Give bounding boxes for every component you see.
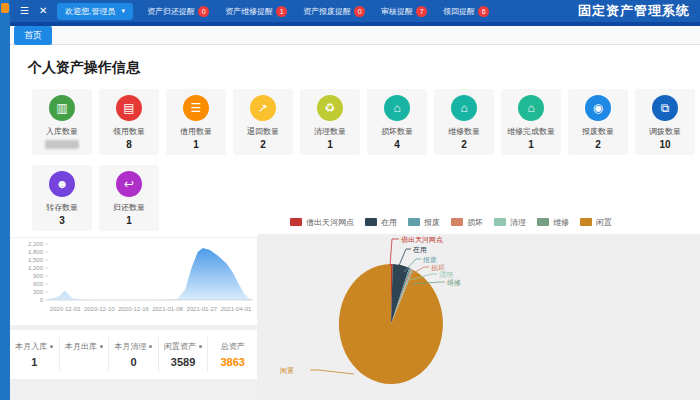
tab-home[interactable]: 首页: [14, 26, 52, 45]
legend-label: 损坏: [467, 217, 483, 228]
y-axis-tick-label: 2,100: [28, 241, 44, 247]
pie-callout-label-1: 在用: [413, 245, 427, 255]
stat-card[interactable]: ↩归还数量1: [99, 165, 159, 231]
redacted-value: [45, 140, 79, 149]
legend-swatch: [290, 218, 302, 226]
dashboard-page: ☰ ✕ 欢迎您,管理员 ▾ 资产归还提醒0资产维修提醒1资产报废提醒0审核提醒7…: [0, 0, 700, 400]
stat-card[interactable]: ↗退回数量2: [233, 89, 293, 155]
legend-label: 借出天河网点: [306, 217, 354, 228]
stat-card-label: 归还数量: [113, 202, 145, 213]
stat-card[interactable]: ⌂维修数量2: [434, 89, 494, 155]
stat-card-label: 调拨数量: [649, 126, 681, 137]
stat-card-value: 2: [461, 139, 467, 150]
monthly-stat-label: 本月出库: [60, 341, 109, 352]
clean-icon: ♻: [317, 95, 343, 121]
top-navbar: ☰ ✕ 欢迎您,管理员 ▾ 资产归还提醒0资产维修提醒1资产报废提醒0审核提醒7…: [10, 0, 700, 22]
dot-icon: [50, 345, 53, 348]
x-axis-tick-label: 2020-12-16: [118, 306, 149, 312]
legend-swatch: [408, 218, 420, 226]
stat-card-value: 2: [260, 139, 266, 150]
monthly-stat-label-text: 本月清理: [114, 341, 146, 352]
monthly-stat-label: 本月清理: [109, 341, 158, 352]
main-content: 个人资产操作信息 ▥入库数量▤领用数量8☰借用数量1↗退回数量2♻清理数量1⌂损…: [10, 45, 700, 237]
pie-callout-label-5: 维修: [447, 278, 461, 288]
stat-card-value: 1: [193, 139, 199, 150]
house-repair-icon: ⌂: [451, 95, 477, 121]
stat-card[interactable]: ♻清理数量1: [300, 89, 360, 155]
stat-card-value: 1: [327, 139, 333, 150]
y-axis-tick-label: 1,200: [28, 265, 44, 271]
nav-item-reminder-4[interactable]: 领回提醒6: [443, 6, 489, 17]
money-bag-icon: ◉: [585, 95, 611, 121]
monthly-stat-0: 本月入库1: [10, 337, 60, 372]
monthly-stat-value: [60, 356, 109, 368]
stat-card-label: 维修完成数量: [507, 126, 555, 137]
stat-card-label: 领用数量: [113, 126, 145, 137]
stat-card[interactable]: ⌂损坏数量4: [367, 89, 427, 155]
house-icon: ⌂: [384, 95, 410, 121]
pie-callout-label-6: 闲置: [280, 366, 294, 376]
stat-card-label: 转存数量: [46, 202, 78, 213]
y-axis-tick-label: 300: [33, 289, 44, 295]
dot-icon: [100, 345, 103, 348]
stat-card-value: 3: [59, 215, 65, 226]
line-chart-icon: ↗: [250, 95, 276, 121]
stat-card-value: 10: [659, 139, 670, 150]
nav-item-reminder-2[interactable]: 资产报废提醒0: [303, 6, 365, 17]
nav-item-reminder-3[interactable]: 审核提醒7: [381, 6, 427, 17]
nav-reminder-items: 资产归还提醒0资产维修提醒1资产报废提醒0审核提醒7领回提醒6: [147, 6, 489, 17]
pie-leader-line: [390, 239, 399, 266]
nav-item-reminder-0[interactable]: 资产归还提醒0: [147, 6, 209, 17]
nav-item-reminder-1[interactable]: 资产维修提醒1: [225, 6, 287, 17]
y-axis-tick-label: 1,800: [28, 249, 44, 255]
stat-card-label: 退回数量: [247, 126, 279, 137]
legend-item-3[interactable]: 损坏: [451, 217, 483, 228]
legend-swatch: [451, 218, 463, 226]
monthly-stat-label: 总资产: [208, 341, 257, 352]
x-axis-tick-label: 2020-12-03: [50, 306, 81, 312]
monthly-stat-label-text: 闲置资产: [164, 341, 196, 352]
monthly-stat-label: 闲置资产: [159, 341, 208, 352]
chevron-down-icon: ▾: [122, 7, 126, 15]
stat-card-value: 1: [528, 139, 534, 150]
area-series: [48, 248, 253, 300]
legend-label: 清理: [510, 217, 526, 228]
close-icon[interactable]: ✕: [39, 0, 47, 22]
stat-card[interactable]: ▤领用数量8: [99, 89, 159, 155]
stat-card[interactable]: ⌂维修完成数量1: [501, 89, 561, 155]
pie-leader-line: [310, 370, 354, 374]
stat-card[interactable]: ▥入库数量: [32, 89, 92, 155]
legend-swatch: [365, 218, 377, 226]
monthly-stat-value: 1: [10, 356, 59, 368]
legend-item-0[interactable]: 借出天河网点: [290, 217, 354, 228]
user-tab[interactable]: 欢迎您,管理员 ▾: [57, 3, 133, 20]
monthly-stat-1: 本月出库: [60, 337, 110, 372]
legend-swatch: [580, 218, 592, 226]
collapsed-sidebar[interactable]: [0, 0, 10, 400]
legend-item-2[interactable]: 报废: [408, 217, 440, 228]
menu-icon[interactable]: ☰: [20, 0, 29, 22]
legend-item-4[interactable]: 清理: [494, 217, 526, 228]
pie-slice-6[interactable]: [339, 264, 443, 384]
y-axis-tick-label: 600: [33, 281, 44, 287]
x-axis-tick-label: 2021-04-01: [221, 306, 252, 312]
stat-card[interactable]: ☰借用数量1: [166, 89, 226, 155]
nav-item-label: 资产报废提醒: [303, 6, 351, 17]
stat-card-label: 借用数量: [180, 126, 212, 137]
x-axis-tick-label: 2021-01-27: [186, 306, 217, 312]
legend-item-1[interactable]: 在用: [365, 217, 397, 228]
monthly-stat-value: 0: [109, 356, 158, 368]
legend-item-5[interactable]: 维修: [537, 217, 569, 228]
stat-card[interactable]: ☻转存数量3: [32, 165, 92, 231]
legend-item-6[interactable]: 闲置: [580, 217, 612, 228]
pie-legend: 借出天河网点在用报废损坏清理维修闲置: [258, 210, 700, 234]
monthly-stat-value: 3589: [159, 356, 208, 368]
legend-label: 闲置: [596, 217, 612, 228]
app-logo: [1, 3, 9, 13]
legend-swatch: [537, 218, 549, 226]
reminder-count-badge: 1: [276, 6, 287, 17]
page-title: 个人资产操作信息: [10, 45, 700, 77]
stat-card[interactable]: ⧉调拨数量10: [635, 89, 695, 155]
layers-icon: ☰: [183, 95, 209, 121]
stat-card[interactable]: ◉报废数量2: [568, 89, 628, 155]
